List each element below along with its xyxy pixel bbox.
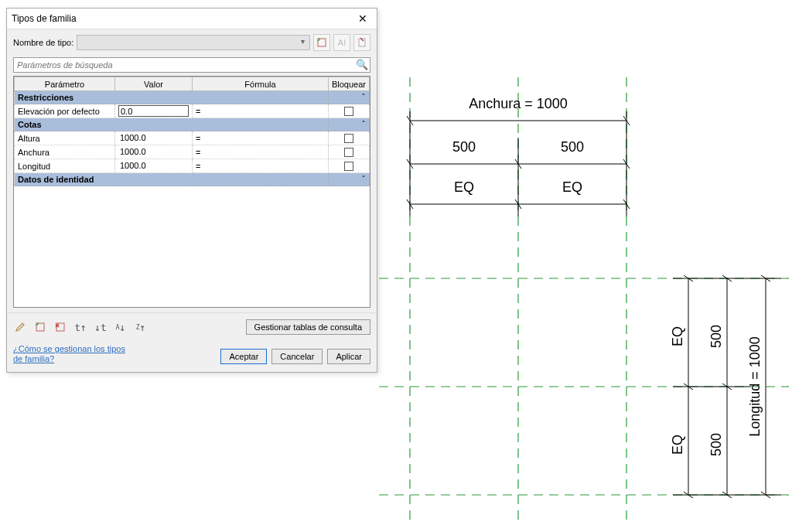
search-input[interactable]	[13, 57, 370, 73]
param-altura-lock[interactable]	[344, 134, 353, 143]
close-icon[interactable]: ✕	[353, 12, 372, 26]
group-identidad[interactable]: Datos de identidad	[15, 173, 329, 186]
dialog-title: Tipos de familia	[12, 13, 77, 24]
new-type-icon[interactable]	[313, 34, 330, 51]
dim-500-bot: 500	[708, 433, 724, 456]
col-param[interactable]: Parámetro	[15, 77, 115, 91]
type-name-select[interactable]	[77, 35, 310, 50]
apply-button[interactable]: Aplicar	[327, 349, 370, 364]
accept-button[interactable]: Aceptar	[220, 349, 267, 364]
collapse-icon[interactable]: ˆ	[328, 118, 369, 131]
family-types-dialog: Tipos de familia ✕ Nombre de tipo: AI 🔍 …	[6, 8, 377, 373]
svg-rect-3	[56, 323, 64, 331]
type-name-label: Nombre de tipo:	[13, 38, 73, 47]
dim-500-left: 500	[452, 139, 476, 155]
dim-longitud-label: Longitud = 1000	[747, 336, 763, 437]
param-elev-value[interactable]	[118, 105, 189, 117]
param-anchura-label: Anchura	[15, 145, 115, 159]
delete-param-icon[interactable]	[53, 320, 67, 334]
sort-desc-icon[interactable]: Z↑	[134, 320, 148, 334]
param-longitud-value[interactable]: 1000.0	[118, 160, 189, 172]
parameters-grid: Parámetro Valor Fórmula Bloquear Restric…	[13, 76, 370, 308]
param-elev-formula[interactable]: =	[193, 104, 329, 118]
col-formula[interactable]: Fórmula	[193, 77, 329, 91]
dim-eq-top: EQ	[670, 326, 685, 346]
group-restricciones[interactable]: Restricciones	[15, 91, 329, 104]
titlebar: Tipos de familia ✕	[7, 9, 377, 29]
dim-eq-right: EQ	[562, 179, 582, 195]
param-anchura-value[interactable]: 1000.0	[118, 146, 189, 158]
manage-lookup-tables-button[interactable]: Gestionar tablas de consulta	[246, 319, 370, 335]
param-anchura-formula[interactable]: =	[193, 145, 329, 159]
param-altura-label: Altura	[15, 131, 115, 145]
param-elev-lock[interactable]	[344, 107, 353, 116]
sort-asc-icon[interactable]: A↓	[114, 320, 128, 334]
dim-500-right: 500	[561, 139, 584, 155]
help-link[interactable]: ¿Cómo se gestionan los tipos de familia?	[13, 344, 137, 364]
param-longitud-lock[interactable]	[344, 162, 353, 171]
search-icon[interactable]: 🔍	[356, 59, 368, 71]
cancel-button[interactable]: Cancelar	[271, 349, 323, 364]
group-cotas[interactable]: Cotas	[15, 118, 329, 131]
new-param-icon[interactable]	[33, 320, 47, 334]
param-longitud-formula[interactable]: =	[193, 159, 329, 173]
param-longitud-label: Longitud	[15, 159, 115, 173]
rename-type-icon[interactable]: AI	[333, 34, 350, 51]
col-value[interactable]: Valor	[115, 77, 193, 91]
dim-eq-bot: EQ	[670, 435, 685, 455]
edit-icon[interactable]	[13, 320, 27, 334]
param-elev-label: Elevación por defecto	[15, 104, 115, 118]
dim-eq-left: EQ	[454, 179, 474, 195]
param-anchura-lock[interactable]	[344, 148, 353, 157]
dim-anchura-label: Anchura = 1000	[469, 96, 568, 111]
delete-type-icon[interactable]	[353, 34, 370, 51]
move-up-icon[interactable]: t↑	[73, 320, 87, 334]
param-altura-formula[interactable]: =	[193, 131, 329, 145]
col-lock[interactable]: Bloquear	[328, 77, 369, 91]
expand-icon[interactable]: ˇ	[328, 173, 369, 186]
param-altura-value[interactable]: 1000.0	[118, 132, 189, 144]
plan-diagram: Anchura = 1000 500 500 EQ EQ EQ EQ 500 5…	[379, 77, 789, 526]
move-down-icon[interactable]: ↓t	[94, 320, 108, 334]
collapse-icon[interactable]: ˆ	[328, 91, 369, 104]
dim-500-top: 500	[708, 325, 724, 348]
